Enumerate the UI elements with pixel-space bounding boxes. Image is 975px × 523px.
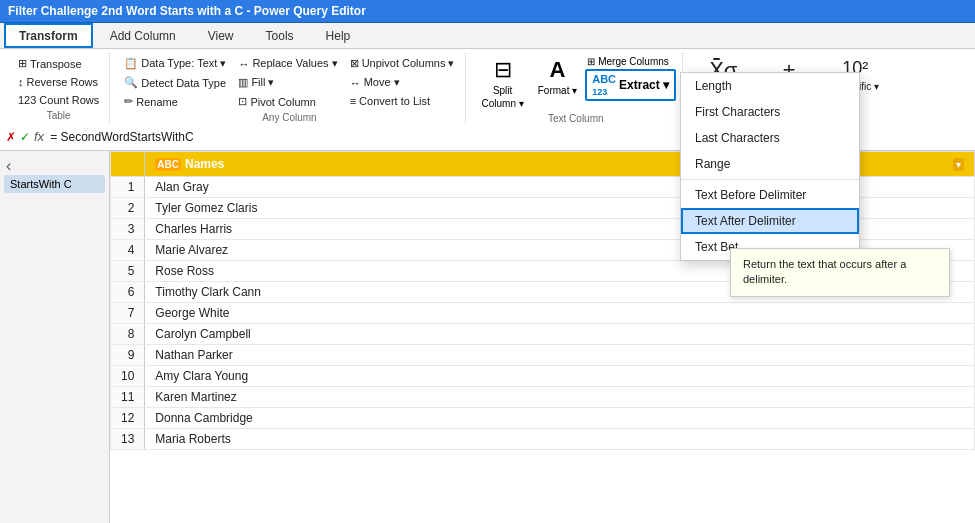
ribbon-tabs: Transform Add Column View Tools Help <box>0 23 975 49</box>
replace-icon: ↔ <box>238 58 249 70</box>
extract-button[interactable]: ABC123 Extract ▾ <box>585 69 676 101</box>
detect-icon: 🔍 <box>124 76 138 89</box>
formula-fx-label: fx <box>34 129 44 144</box>
formula-cross-icon[interactable]: ✗ <box>6 130 16 144</box>
reverse-rows-button[interactable]: ↕ Reverse Rows <box>14 74 103 90</box>
dropdown-separator-1 <box>681 179 859 180</box>
name-cell: Amy Clara Young <box>145 366 975 387</box>
table-group-label: Table <box>14 108 103 121</box>
table-row: 8 Carolyn Campbell <box>111 324 975 345</box>
count-rows-icon: 123 <box>18 94 36 106</box>
rename-button[interactable]: ✏ Rename <box>120 93 230 110</box>
split-column-button[interactable]: ⊟ Split Column ▾ <box>476 55 530 111</box>
merge-icon: ⊞ <box>587 56 595 67</box>
title-text: Filter Challenge 2nd Word Starts with a … <box>8 4 366 18</box>
data-type-icon: 📋 <box>124 57 138 70</box>
convert-list-button[interactable]: ≡ Convert to List <box>346 93 459 109</box>
rename-icon: ✏ <box>124 95 133 108</box>
pivot-icon: ⊡ <box>238 95 247 108</box>
row-number-cell: 5 <box>111 261 145 282</box>
transpose-button[interactable]: ⊞ Transpose <box>14 55 103 72</box>
move-icon: ↔ <box>350 77 361 89</box>
names-col-type-icon: ABC <box>155 158 181 171</box>
pivot-column-button[interactable]: ⊡ Pivot Column <box>234 93 341 110</box>
tab-tools[interactable]: Tools <box>251 23 309 48</box>
count-rows-button[interactable]: 123 Count Rows <box>14 92 103 108</box>
format-icon: A <box>550 57 566 83</box>
row-number-cell: 11 <box>111 387 145 408</box>
tab-view[interactable]: View <box>193 23 249 48</box>
row-number-cell: 7 <box>111 303 145 324</box>
tab-transform[interactable]: Transform <box>4 23 93 48</box>
any-column-group-label: Any Column <box>120 110 458 123</box>
move-button[interactable]: ↔ Move ▾ <box>346 74 459 91</box>
table-row: 11 Karen Martinez <box>111 387 975 408</box>
replace-values-button[interactable]: ↔ Replace Values ▾ <box>234 55 341 72</box>
ribbon-group-table: ⊞ Transpose ↕ Reverse Rows 123 Count Row… <box>8 53 110 123</box>
row-num-header <box>111 152 145 177</box>
names-col-filter-button[interactable]: ▾ <box>953 158 964 171</box>
row-number-cell: 6 <box>111 282 145 303</box>
name-cell: Nathan Parker <box>145 345 975 366</box>
extract-abc-icon: ABC123 <box>592 73 616 97</box>
table-row: 7 George White <box>111 303 975 324</box>
row-number-cell: 13 <box>111 429 145 450</box>
sidebar: ‹ StartsWith C <box>0 151 110 523</box>
extract-dropdown-menu: Length First Characters Last Characters … <box>680 72 860 261</box>
name-cell: Karen Martinez <box>145 387 975 408</box>
row-number-cell: 4 <box>111 240 145 261</box>
name-cell: Donna Cambridge <box>145 408 975 429</box>
ribbon-group-any-column: 📋 Data Type: Text ▾ 🔍 Detect Data Type ✏… <box>114 53 465 123</box>
formula-icons: ✗ ✓ fx <box>6 129 44 144</box>
collapse-button[interactable]: ‹ <box>4 155 13 176</box>
row-number-cell: 2 <box>111 198 145 219</box>
row-number-cell: 12 <box>111 408 145 429</box>
name-cell: Carolyn Campbell <box>145 324 975 345</box>
table-row: 10 Amy Clara Young <box>111 366 975 387</box>
tooltip-text: Return the text that occurs after a deli… <box>743 258 906 285</box>
extract-text-after-item[interactable]: Text After Delimiter <box>681 208 859 234</box>
row-number-cell: 10 <box>111 366 145 387</box>
unpivot-button[interactable]: ⊠ Unpivot Columns ▾ <box>346 55 459 72</box>
extract-text-before-item[interactable]: Text Before Delimiter <box>681 182 859 208</box>
split-icon: ⊟ <box>494 57 512 83</box>
extract-dropdown: Length First Characters Last Characters … <box>680 72 860 261</box>
format-button[interactable]: A Format ▾ <box>534 55 581 98</box>
reverse-rows-icon: ↕ <box>18 76 24 88</box>
detect-data-type-button[interactable]: 🔍 Detect Data Type <box>120 74 230 91</box>
names-col-label: Names <box>185 157 224 171</box>
row-number-cell: 8 <box>111 324 145 345</box>
transpose-icon: ⊞ <box>18 57 27 70</box>
row-number-cell: 9 <box>111 345 145 366</box>
extract-length-item[interactable]: Length <box>681 73 859 99</box>
table-row: 13 Maria Roberts <box>111 429 975 450</box>
data-type-button[interactable]: 📋 Data Type: Text ▾ <box>120 55 230 72</box>
formula-check-icon[interactable]: ✓ <box>20 130 30 144</box>
extract-range-item[interactable]: Range <box>681 151 859 177</box>
merge-columns-button[interactable]: ⊞ Merge Columns <box>585 55 671 68</box>
table-row: 12 Donna Cambridge <box>111 408 975 429</box>
fill-button[interactable]: ▥ Fill ▾ <box>234 74 341 91</box>
extract-last-chars-item[interactable]: Last Characters <box>681 125 859 151</box>
sidebar-item-startswithc[interactable]: StartsWith C <box>4 175 105 193</box>
name-cell: George White <box>145 303 975 324</box>
tooltip-box: Return the text that occurs after a deli… <box>730 248 950 297</box>
list-icon: ≡ <box>350 95 356 107</box>
row-number-cell: 3 <box>111 219 145 240</box>
fill-icon: ▥ <box>238 76 248 89</box>
title-bar: Filter Challenge 2nd Word Starts with a … <box>0 0 975 23</box>
tab-help[interactable]: Help <box>311 23 366 48</box>
extract-first-chars-item[interactable]: First Characters <box>681 99 859 125</box>
text-column-group-label: Text Column <box>476 111 677 123</box>
unpivot-icon: ⊠ <box>350 57 359 70</box>
tab-add-column[interactable]: Add Column <box>95 23 191 48</box>
table-row: 9 Nathan Parker <box>111 345 975 366</box>
ribbon-group-text-column: ⊟ Split Column ▾ A Format ▾ ⊞ Merge Colu… <box>470 53 684 123</box>
name-cell: Maria Roberts <box>145 429 975 450</box>
row-number-cell: 1 <box>111 177 145 198</box>
